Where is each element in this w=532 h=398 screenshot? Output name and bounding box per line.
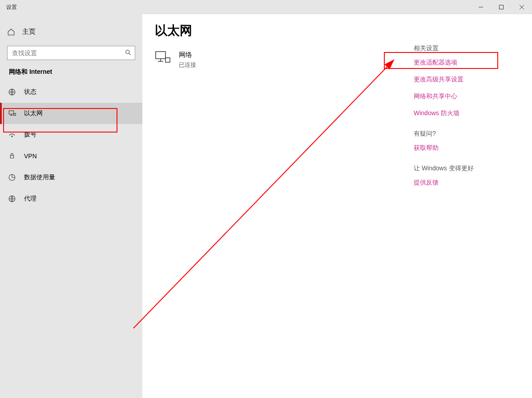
window-controls — [471, 0, 532, 14]
link-advanced-sharing[interactable]: 更改高级共享设置 — [414, 76, 520, 84]
home-label: 主页 — [22, 28, 36, 36]
network-name: 网络 — [179, 51, 196, 59]
vpn-icon — [8, 152, 16, 160]
sidebar-item-vpn[interactable]: VPN — [0, 145, 142, 167]
questions-heading: 有疑问? — [414, 130, 520, 138]
svg-point-11 — [12, 136, 12, 137]
maximize-button[interactable] — [491, 0, 512, 14]
network-text: 网络 已连接 — [179, 51, 196, 69]
nav-label: 拨号 — [24, 131, 36, 139]
related-settings: 相关设置 更改适配器选项 更改高级共享设置 网络和共享中心 Windows 防火… — [414, 44, 520, 196]
dialup-icon — [8, 131, 16, 139]
search-input[interactable] — [7, 46, 135, 60]
svg-point-4 — [126, 50, 129, 54]
titlebar: 设置 — [0, 0, 532, 14]
nav-label: 以太网 — [24, 109, 43, 117]
proxy-icon — [8, 195, 16, 203]
link-give-feedback[interactable]: 提供反馈 — [414, 179, 520, 187]
nav-label: 数据使用量 — [24, 173, 55, 181]
page-title: 以太网 — [155, 22, 520, 39]
sidebar-nav: 状态 以太网 拨号 VPN 数据使用量 — [0, 81, 142, 209]
sidebar-item-datausage[interactable]: 数据使用量 — [0, 167, 142, 188]
home-icon — [7, 28, 15, 36]
sidebar-item-dialup[interactable]: 拨号 — [0, 124, 142, 145]
search-icon — [125, 49, 132, 57]
search-wrap — [7, 46, 135, 60]
svg-rect-10 — [14, 113, 16, 116]
svg-rect-18 — [165, 58, 170, 62]
close-button[interactable] — [512, 0, 532, 14]
svg-line-5 — [129, 53, 130, 55]
svg-rect-7 — [9, 111, 14, 114]
related-heading: 相关设置 — [414, 44, 520, 52]
link-get-help[interactable]: 获取帮助 — [414, 144, 520, 152]
sidebar-section-title: 网络和 Internet — [0, 68, 142, 81]
sidebar-item-status[interactable]: 状态 — [0, 81, 142, 103]
window-title: 设置 — [6, 4, 17, 11]
ethernet-icon — [8, 109, 16, 117]
sidebar-item-proxy[interactable]: 代理 — [0, 188, 142, 209]
nav-label: 代理 — [24, 195, 36, 203]
link-network-sharing-center[interactable]: 网络和共享中心 — [414, 92, 520, 101]
svg-rect-1 — [500, 5, 504, 9]
link-adapter-options[interactable]: 更改适配器选项 — [414, 59, 520, 67]
svg-rect-15 — [156, 52, 165, 59]
nav-label: 状态 — [24, 88, 36, 96]
nav-label: VPN — [24, 153, 37, 160]
link-windows-firewall[interactable]: Windows 防火墙 — [414, 109, 520, 117]
sidebar-item-ethernet[interactable]: 以太网 — [0, 103, 142, 124]
home-link[interactable]: 主页 — [0, 24, 142, 40]
svg-rect-12 — [10, 156, 14, 158]
monitor-network-icon — [155, 51, 171, 64]
data-usage-icon — [8, 173, 16, 181]
minimize-button[interactable] — [471, 0, 491, 14]
globe-icon — [8, 88, 16, 96]
feedback-heading: 让 Windows 变得更好 — [414, 165, 520, 173]
sidebar: 主页 网络和 Internet 状态 以太网 拨号 — [0, 14, 142, 398]
network-status: 已连接 — [179, 61, 196, 69]
